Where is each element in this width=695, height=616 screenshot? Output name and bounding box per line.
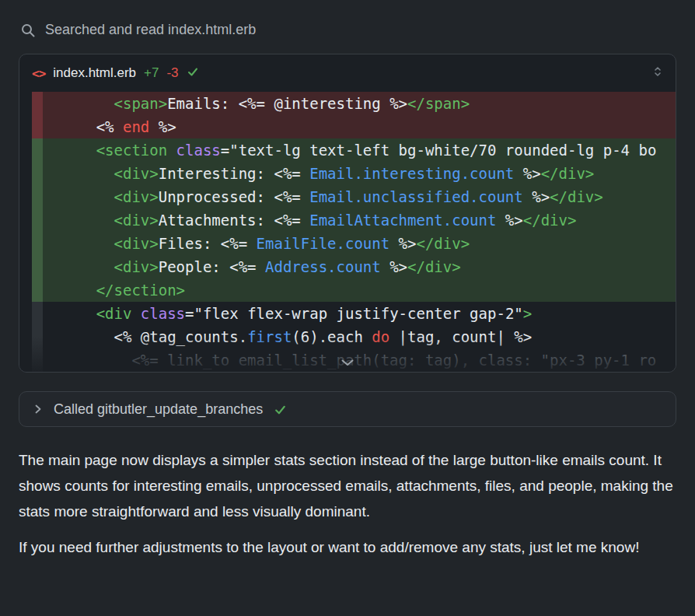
- tool-status-searched[interactable]: Searched and read index.html.erb: [20, 22, 676, 38]
- diff-line-gutter: [32, 115, 43, 138]
- diff-line-gutter: [32, 325, 43, 348]
- diff-line-added: <div>Attachments: <%= EmailAttachment.co…: [19, 208, 676, 232]
- search-icon: [20, 23, 36, 38]
- diff-line-added: <div>People: <%= Address.count %></div>: [19, 255, 676, 278]
- message-paragraph: If you need further adjustments to the l…: [19, 534, 676, 560]
- diff-line-added: <div>Files: <%= EmailFile.count %></div>: [19, 232, 676, 255]
- tool-call-row[interactable]: Called gitbutler_update_branches: [19, 391, 676, 427]
- diff-additions: +7: [144, 65, 159, 81]
- assistant-message: The main page now displays a simpler sta…: [19, 447, 676, 560]
- diff-line-lead: [19, 138, 32, 162]
- check-icon: [187, 65, 199, 82]
- diff-line-added: </section>: [19, 278, 676, 302]
- diff-line-lead: [19, 115, 32, 138]
- diff-line-added: <div>Unprocessed: <%= Email.unclassified…: [19, 185, 676, 208]
- message-paragraph: The main page now displays a simpler sta…: [19, 447, 676, 524]
- diff-line-lead: [19, 348, 32, 372]
- tool-call-label: Called gitbutler_update_branches: [54, 401, 263, 418]
- diff-line-lead: [19, 185, 32, 208]
- diff-line-code: <div>Files: <%= EmailFile.count %></div>: [43, 232, 676, 255]
- diff-line-gutter: [32, 278, 43, 302]
- diff-line-lead: [19, 208, 32, 232]
- diff-line-code: <div>People: <%= Address.count %></div>: [43, 255, 676, 278]
- diff-line-gutter: [32, 255, 43, 278]
- chevron-down-icon: [341, 359, 354, 366]
- diff-line-code: <% @tag_counts.first(6).each do |tag, co…: [43, 325, 676, 348]
- diff-line-lead: [19, 92, 32, 115]
- chat-transcript: Searched and read index.html.erb <> inde…: [0, 0, 695, 616]
- diff-line-context: <div class="flex flex-wrap justify-cente…: [19, 302, 676, 325]
- diff-line-gutter: [32, 162, 43, 185]
- check-icon: [274, 403, 287, 416]
- tool-status-text: Searched and read index.html.erb: [45, 22, 256, 38]
- chevron-right-icon: [33, 404, 43, 415]
- diff-filename: index.html.erb: [53, 65, 136, 81]
- diff-line-gutter: [32, 208, 43, 232]
- diff-line-code: <div>Interesting: <%= Email.interesting.…: [43, 162, 676, 185]
- diff-line-gutter: [32, 92, 43, 115]
- diff-line-code: <div class="flex flex-wrap justify-cente…: [43, 302, 676, 325]
- diff-code: <span>Emails: <%= @interesting %></span>…: [19, 92, 676, 372]
- expand-diff-button[interactable]: [337, 354, 358, 371]
- diff-line-gutter: [32, 138, 43, 162]
- diff-line-lead: [19, 232, 32, 255]
- diff-line-code: <%= link_to email_list_path(tag: tag), c…: [43, 348, 676, 372]
- unfold-icon[interactable]: [652, 65, 663, 82]
- diff-line-code: <div>Attachments: <%= EmailAttachment.co…: [43, 208, 676, 232]
- diff-line-removed: <span>Emails: <%= @interesting %></span>: [19, 92, 676, 115]
- diff-line-code: </section>: [43, 278, 676, 302]
- diff-line-lead: [19, 325, 32, 348]
- diff-line-added: <section class="text-lg text-left bg-whi…: [19, 138, 676, 162]
- diff-line-code: <span>Emails: <%= @interesting %></span>: [43, 92, 676, 115]
- diff-line-gutter: [32, 302, 43, 325]
- diff-line-code: <div>Unprocessed: <%= Email.unclassified…: [43, 185, 676, 208]
- diff-line-gutter: [32, 348, 43, 372]
- diff-line-gutter: [32, 232, 43, 255]
- diff-header[interactable]: <> index.html.erb +7 -3: [19, 54, 676, 92]
- diff-line-lead: [19, 278, 32, 302]
- diff-deletions: -3: [166, 65, 178, 81]
- code-icon: <>: [32, 66, 45, 81]
- diff-line-code: <section class="text-lg text-left bg-whi…: [43, 138, 676, 162]
- diff-line-lead: [19, 162, 32, 185]
- diff-line-lead: [19, 255, 32, 278]
- diff-line-context: <% @tag_counts.first(6).each do |tag, co…: [19, 325, 676, 348]
- diff-line-lead: [19, 302, 32, 325]
- diff-line-code: <% end %>: [43, 115, 676, 138]
- diff-line-gutter: [32, 185, 43, 208]
- diff-line-added: <div>Interesting: <%= Email.interesting.…: [19, 162, 676, 185]
- code-diff-panel: <> index.html.erb +7 -3 <span>Emails: <%…: [19, 54, 676, 373]
- diff-line-removed: <% end %>: [19, 115, 676, 138]
